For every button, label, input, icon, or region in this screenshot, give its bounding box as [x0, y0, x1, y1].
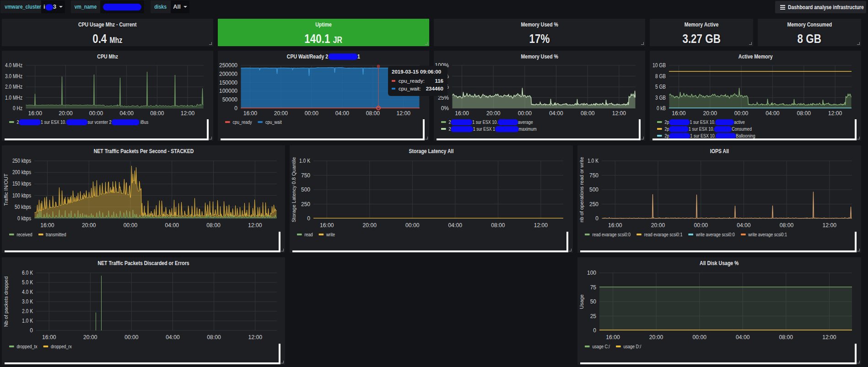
svg-text:50: 50: [590, 298, 597, 305]
svg-text:20:00: 20:00: [274, 110, 288, 117]
svg-text:Storage Latency 0.8 Quantile: Storage Latency 0.8 Quantile: [291, 157, 297, 222]
svg-text:100: 100: [587, 270, 596, 276]
svg-text:0: 0: [307, 215, 310, 222]
svg-text:250: 250: [589, 201, 598, 207]
svg-text:16:00: 16:00: [42, 334, 56, 340]
svg-text:50 kbps: 50 kbps: [15, 204, 31, 210]
svg-text:16:00: 16:00: [243, 110, 258, 117]
svg-text:04:00: 04:00: [736, 334, 750, 340]
svg-text:04:00: 04:00: [448, 222, 463, 229]
svg-text:08:00: 08:00: [150, 110, 164, 117]
svg-text:08:00: 08:00: [797, 110, 811, 117]
svg-text:Nb of packets dropped: Nb of packets dropped: [3, 277, 9, 327]
svg-text:75: 75: [590, 284, 597, 291]
svg-text:16:00: 16:00: [320, 222, 334, 229]
svg-text:12:00: 12:00: [534, 222, 548, 229]
svg-text:0 Hz: 0 Hz: [13, 105, 22, 112]
svg-text:250 kbps: 250 kbps: [12, 158, 31, 164]
svg-text:4.0 K: 4.0 K: [22, 289, 33, 295]
svg-text:00:00: 00:00: [89, 110, 103, 117]
svg-text:50000: 50000: [222, 96, 238, 103]
svg-text:20:00: 20:00: [59, 110, 73, 117]
svg-text:04:00: 04:00: [166, 334, 180, 340]
svg-text:00:00: 00:00: [305, 110, 319, 117]
svg-text:8 GB: 8 GB: [655, 73, 666, 80]
svg-text:200000: 200000: [219, 71, 237, 77]
svg-text:100000: 100000: [219, 88, 237, 94]
svg-text:3 GB: 3 GB: [655, 95, 666, 101]
svg-text:150 kbps: 150 kbps: [12, 181, 31, 187]
svg-text:08:00: 08:00: [366, 110, 380, 117]
svg-text:12:00: 12:00: [828, 110, 842, 117]
svg-text:5.0 K: 5.0 K: [22, 279, 33, 286]
svg-text:12:00: 12:00: [823, 222, 837, 229]
svg-text:500: 500: [589, 186, 598, 193]
svg-text:1.0 K: 1.0 K: [588, 158, 598, 164]
svg-text:250000: 250000: [219, 62, 237, 69]
svg-text:2.0 K: 2.0 K: [22, 308, 33, 314]
svg-text:20:00: 20:00: [363, 222, 377, 229]
svg-text:Traffic IN/OUT: Traffic IN/OUT: [3, 174, 9, 206]
svg-text:0: 0: [593, 327, 596, 334]
svg-text:200 kbps: 200 kbps: [12, 169, 31, 176]
svg-text:08:00: 08:00: [207, 334, 221, 340]
svg-text:00:00: 00:00: [124, 222, 138, 229]
svg-text:0 kB: 0 kB: [657, 105, 666, 112]
svg-text:250: 250: [301, 201, 310, 207]
svg-text:1.0 K: 1.0 K: [299, 158, 310, 164]
svg-text:16:00: 16:00: [28, 110, 43, 117]
svg-text:00:00: 00:00: [734, 110, 749, 117]
svg-text:04:00: 04:00: [737, 222, 751, 229]
svg-text:2.0 MHz: 2.0 MHz: [5, 84, 22, 90]
svg-text:0: 0: [234, 105, 237, 112]
svg-text:150000: 150000: [219, 80, 237, 86]
svg-text:16:00: 16:00: [606, 334, 620, 340]
svg-text:00:00: 00:00: [692, 334, 706, 340]
svg-text:00:00: 00:00: [405, 222, 420, 229]
svg-text:12:00: 12:00: [397, 110, 411, 117]
svg-text:0 kbps: 0 kbps: [17, 215, 31, 222]
svg-text:04:00: 04:00: [549, 110, 563, 117]
svg-text:16:00: 16:00: [672, 110, 686, 117]
svg-text:0: 0: [595, 215, 598, 222]
svg-text:20:00: 20:00: [83, 334, 97, 340]
svg-text:4.0 MHz: 4.0 MHz: [5, 62, 22, 69]
svg-text:04:00: 04:00: [335, 110, 350, 117]
svg-text:04:00: 04:00: [119, 110, 134, 117]
svg-text:00:00: 00:00: [694, 222, 708, 229]
svg-text:3.0 MHz: 3.0 MHz: [5, 73, 22, 80]
svg-text:08:00: 08:00: [779, 334, 793, 340]
svg-text:20:00: 20:00: [82, 222, 96, 229]
svg-text:6.0 K: 6.0 K: [22, 270, 33, 276]
svg-text:04:00: 04:00: [766, 110, 780, 117]
svg-text:20:00: 20:00: [651, 222, 665, 229]
svg-text:08:00: 08:00: [581, 110, 595, 117]
svg-text:0%: 0%: [441, 105, 449, 112]
svg-text:20:00: 20:00: [703, 110, 717, 117]
svg-text:12:00: 12:00: [248, 222, 262, 229]
svg-text:20:00: 20:00: [649, 334, 663, 340]
svg-text:00:00: 00:00: [518, 110, 532, 117]
svg-text:1.0 K: 1.0 K: [22, 318, 33, 324]
svg-text:08:00: 08:00: [206, 222, 221, 229]
svg-text:3.0 K: 3.0 K: [22, 298, 33, 305]
svg-text:Usage: Usage: [579, 294, 584, 309]
svg-text:12:00: 12:00: [181, 110, 195, 117]
svg-text:1.0 MHz: 1.0 MHz: [5, 95, 22, 101]
svg-text:5 GB: 5 GB: [655, 84, 666, 90]
svg-text:04:00: 04:00: [165, 222, 179, 229]
svg-text:20:00: 20:00: [486, 110, 501, 117]
svg-text:16:00: 16:00: [608, 222, 622, 229]
svg-text:100 kbps: 100 kbps: [12, 192, 31, 199]
svg-text:08:00: 08:00: [780, 222, 794, 229]
svg-text:08:00: 08:00: [491, 222, 505, 229]
svg-text:750: 750: [301, 172, 310, 179]
svg-text:16:00: 16:00: [40, 222, 54, 229]
svg-text:25: 25: [590, 313, 597, 319]
svg-text:00:00: 00:00: [124, 334, 139, 340]
svg-text:12:00: 12:00: [822, 334, 836, 340]
svg-text:0: 0: [30, 327, 33, 334]
svg-text:12:00: 12:00: [248, 334, 262, 340]
svg-text:10 GB: 10 GB: [652, 62, 666, 69]
svg-text:16:00: 16:00: [455, 110, 469, 117]
